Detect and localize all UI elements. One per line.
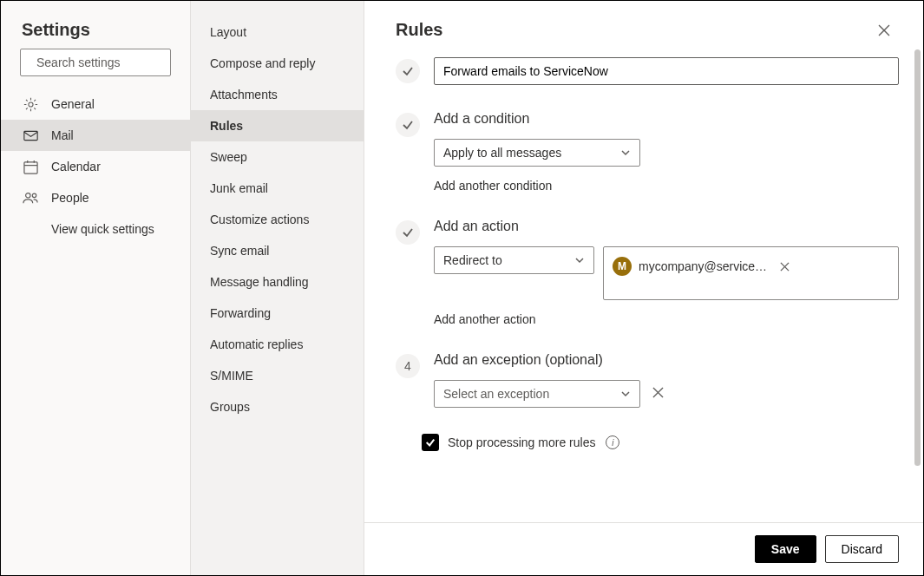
stop-processing-label: Stop processing more rules	[448, 435, 595, 449]
subnav-rules[interactable]: Rules	[191, 110, 364, 141]
stop-processing-checkbox[interactable]	[422, 434, 439, 451]
add-condition-link[interactable]: Add another condition	[434, 179, 899, 193]
category-label: People	[51, 191, 89, 205]
svg-point-2	[28, 101, 32, 106]
page-title: Rules	[396, 20, 442, 40]
svg-rect-3	[23, 131, 36, 140]
recipient-pill: M mycompany@service-now.c…	[611, 254, 796, 278]
calendar-icon	[22, 158, 39, 175]
exception-placeholder: Select an exception	[443, 387, 549, 401]
view-quick-settings[interactable]: View quick settings	[1, 213, 190, 245]
remove-recipient-button[interactable]	[777, 259, 791, 273]
close-icon	[652, 387, 664, 398]
subnav-sync[interactable]: Sync email	[191, 235, 364, 266]
subnav-customize[interactable]: Customize actions	[191, 204, 364, 235]
search-settings-box[interactable]	[20, 49, 171, 76]
subnav-sweep[interactable]: Sweep	[191, 141, 364, 173]
subnav-autoreply[interactable]: Automatic replies	[191, 329, 364, 360]
recipient-email: mycompany@service-now.c…	[639, 259, 769, 273]
subnav-msghandling[interactable]: Message handling	[191, 266, 364, 298]
subnav-compose[interactable]: Compose and reply	[191, 48, 364, 79]
step2-check-icon	[396, 113, 420, 137]
remove-exception-button[interactable]	[652, 387, 664, 401]
recipient-avatar: M	[613, 257, 632, 276]
category-label: Calendar	[51, 160, 101, 173]
rules-panel: Rules Add a condition	[364, 1, 923, 575]
mail-subnav: Layout Compose and reply Attachments Rul…	[191, 1, 364, 575]
discard-button[interactable]: Discard	[825, 535, 899, 563]
step4-number: 4	[396, 354, 420, 378]
exception-header: Add an exception (optional)	[434, 352, 899, 368]
subnav-forwarding[interactable]: Forwarding	[191, 298, 364, 329]
condition-value: Apply to all messages	[443, 146, 561, 160]
category-calendar[interactable]: Calendar	[1, 151, 190, 182]
subnav-attachments[interactable]: Attachments	[191, 79, 364, 110]
close-icon	[878, 24, 890, 36]
mail-icon	[22, 127, 39, 144]
category-general[interactable]: General	[1, 88, 190, 120]
category-mail[interactable]: Mail	[1, 120, 190, 151]
step1-check-icon	[396, 59, 420, 83]
search-settings-input[interactable]	[36, 56, 188, 69]
action-value: Redirect to	[443, 253, 502, 267]
category-label: Mail	[51, 128, 74, 142]
exception-dropdown[interactable]: Select an exception	[434, 380, 640, 408]
close-icon	[780, 262, 790, 272]
close-button[interactable]	[876, 23, 892, 38]
step3-check-icon	[396, 220, 420, 245]
settings-sidebar: Settings General Mail	[1, 1, 191, 575]
action-header: Add an action	[434, 219, 899, 234]
subnav-junk[interactable]: Junk email	[191, 173, 364, 204]
svg-point-9	[32, 193, 36, 198]
save-button[interactable]: Save	[755, 535, 816, 563]
subnav-smime[interactable]: S/MIME	[191, 360, 364, 391]
gear-icon	[22, 95, 39, 113]
add-action-link[interactable]: Add another action	[434, 312, 899, 326]
category-people[interactable]: People	[1, 182, 190, 213]
chevron-down-icon	[620, 147, 631, 158]
subnav-layout[interactable]: Layout	[191, 16, 364, 48]
chevron-down-icon	[620, 389, 631, 399]
recipient-input-box[interactable]: M mycompany@service-now.c…	[603, 246, 899, 300]
action-dropdown[interactable]: Redirect to	[434, 246, 594, 274]
quick-settings-label: View quick settings	[51, 222, 154, 236]
rule-name-input[interactable]	[434, 57, 899, 85]
category-label: General	[51, 97, 95, 111]
svg-rect-4	[23, 161, 36, 173]
subnav-groups[interactable]: Groups	[191, 391, 364, 422]
people-icon	[22, 189, 39, 206]
scrollbar-thumb[interactable]	[914, 49, 921, 466]
chevron-down-icon	[574, 255, 585, 265]
svg-point-8	[26, 193, 30, 198]
info-icon[interactable]: i	[606, 435, 619, 449]
settings-title: Settings	[1, 1, 190, 49]
condition-dropdown[interactable]: Apply to all messages	[434, 139, 640, 167]
condition-header: Add a condition	[434, 111, 899, 127]
